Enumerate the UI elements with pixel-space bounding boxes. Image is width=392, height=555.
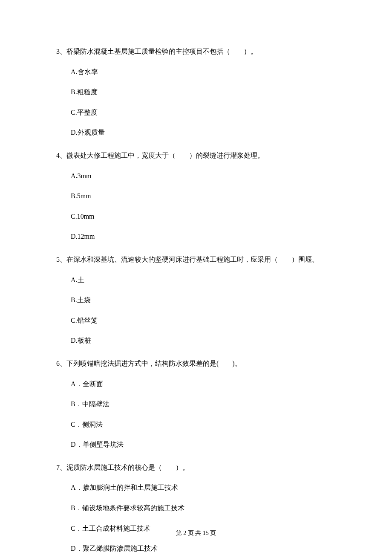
option-a: A.3mm [71, 171, 336, 182]
option-a: A．掺加膨润土的拌和土层施工技术 [71, 482, 336, 493]
question-stem: 4、微表处大修工程施工中，宽度大于（ ）的裂缝进行灌浆处理。 [56, 150, 336, 161]
option-b: B．中隔壁法 [71, 399, 336, 410]
option-d: D.12mm [71, 231, 336, 242]
question-options: A．掺加膨润土的拌和土层施工技术 B．铺设场地条件要求较高的施工技术 C．土工合… [56, 482, 336, 554]
exam-page: 3、桥梁防水混凝土基层施工质量检验的主控项目不包括（ ）。 A.含水率 B.粗糙… [0, 0, 392, 555]
question-stem: 7、泥质防水层施工技术的核心是（ ）。 [56, 462, 336, 473]
option-c: C.10mm [71, 211, 336, 222]
question-options: A．全断面 B．中隔壁法 C．侧洞法 D．单侧壁导坑法 [56, 379, 336, 450]
question-3: 3、桥梁防水混凝土基层施工质量检验的主控项目不包括（ ）。 A.含水率 B.粗糙… [56, 46, 336, 138]
question-5: 5、在深水和深基坑、流速较大的坚硬河床进行基础工程施工时，应采用（ ）围堰。 A… [56, 254, 336, 346]
question-stem: 6、下列喷锚暗挖法掘进方式中，结构防水效果差的是( )。 [56, 358, 336, 369]
question-6: 6、下列喷锚暗挖法掘进方式中，结构防水效果差的是( )。 A．全断面 B．中隔壁… [56, 358, 336, 450]
question-options: A.3mm B.5mm C.10mm D.12mm [56, 171, 336, 242]
option-a: A.含水率 [71, 66, 336, 78]
question-stem: 3、桥梁防水混凝土基层施工质量检验的主控项目不包括（ ）。 [56, 46, 336, 57]
option-b: B．铺设场地条件要求较高的施工技术 [71, 503, 336, 514]
option-b: B.粗糙度 [71, 87, 336, 98]
option-d: D.外观质量 [71, 127, 336, 138]
option-d: D．聚乙烯膜防渗层施工技术 [71, 543, 336, 554]
option-a: A.土 [71, 275, 336, 286]
question-options: A.土 B.土袋 C.铅丝笼 D.板桩 [56, 275, 336, 346]
option-d: D.板桩 [71, 335, 336, 346]
question-4: 4、微表处大修工程施工中，宽度大于（ ）的裂缝进行灌浆处理。 A.3mm B.5… [56, 150, 336, 242]
option-c: C.平整度 [71, 107, 336, 118]
option-a: A．全断面 [71, 379, 336, 390]
page-footer: 第 2 页 共 15 页 [0, 529, 392, 537]
option-b: B.土袋 [71, 295, 336, 306]
option-b: B.5mm [71, 191, 336, 202]
question-7: 7、泥质防水层施工技术的核心是（ ）。 A．掺加膨润土的拌和土层施工技术 B．铺… [56, 462, 336, 554]
question-options: A.含水率 B.粗糙度 C.平整度 D.外观质量 [56, 66, 336, 138]
option-d: D．单侧壁导坑法 [71, 439, 336, 450]
option-c: C.铅丝笼 [71, 315, 336, 326]
question-stem: 5、在深水和深基坑、流速较大的坚硬河床进行基础工程施工时，应采用（ ）围堰。 [56, 254, 336, 265]
option-c: C．侧洞法 [71, 419, 336, 430]
